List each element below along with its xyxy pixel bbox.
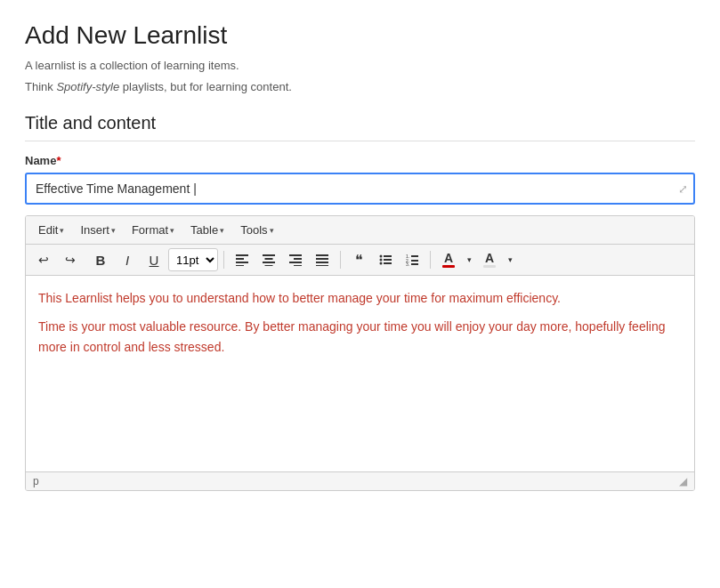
section-title: Title and content bbox=[25, 113, 695, 141]
align-right-icon bbox=[289, 254, 302, 266]
svg-rect-0 bbox=[236, 254, 248, 256]
svg-rect-4 bbox=[263, 254, 275, 256]
unordered-list-icon bbox=[379, 254, 392, 266]
name-label: Name* bbox=[25, 154, 695, 167]
font-size-select[interactable]: 8pt 10pt 11pt 12pt 14pt 18pt 24pt bbox=[168, 248, 218, 271]
align-justify-icon bbox=[316, 254, 328, 266]
svg-rect-11 bbox=[294, 265, 302, 266]
align-center-icon bbox=[263, 254, 275, 266]
subtitle-italic: Spotify-style bbox=[56, 80, 119, 93]
align-left-button[interactable] bbox=[230, 248, 255, 271]
toolbar-divider-3 bbox=[430, 251, 431, 269]
italic-button[interactable]: I bbox=[115, 248, 140, 271]
redo-button[interactable]: ↪ bbox=[58, 248, 83, 271]
toolbar-divider-2 bbox=[340, 251, 341, 269]
underline-button[interactable]: U bbox=[142, 248, 166, 271]
align-justify-button[interactable] bbox=[310, 248, 335, 271]
svg-rect-17 bbox=[384, 255, 392, 257]
font-color-dropdown[interactable]: ▾ bbox=[463, 248, 475, 271]
svg-point-20 bbox=[380, 262, 383, 265]
svg-rect-19 bbox=[384, 259, 392, 261]
subtitle-line1: A learnlist is a collection of learning … bbox=[25, 57, 695, 75]
menu-format[interactable]: Format ▾ bbox=[125, 220, 182, 240]
menu-tools[interactable]: Tools ▾ bbox=[233, 220, 280, 240]
resize-handle[interactable]: ◢ bbox=[679, 475, 687, 487]
svg-rect-13 bbox=[316, 258, 328, 260]
menu-insert[interactable]: Insert ▾ bbox=[73, 220, 123, 240]
menu-toolbar: Edit ▾ Insert ▾ Format ▾ Table ▾ Tools ▾ bbox=[26, 216, 694, 245]
font-color-bar bbox=[442, 265, 455, 268]
svg-rect-3 bbox=[236, 265, 244, 266]
svg-rect-14 bbox=[316, 262, 328, 263]
editor-container: Edit ▾ Insert ▾ Format ▾ Table ▾ Tools ▾… bbox=[25, 215, 695, 491]
ordered-list-icon: 1.2.3. bbox=[406, 254, 418, 266]
menu-edit[interactable]: Edit ▾ bbox=[31, 220, 71, 240]
name-input[interactable] bbox=[25, 173, 695, 205]
svg-rect-2 bbox=[236, 262, 248, 263]
svg-rect-21 bbox=[384, 262, 392, 264]
undo-redo-group: ↩ ↪ bbox=[31, 248, 83, 271]
tools-caret: ▾ bbox=[270, 226, 274, 235]
page-title: Add New Learnlist bbox=[25, 21, 695, 50]
svg-rect-9 bbox=[294, 258, 302, 260]
unordered-list-button[interactable] bbox=[373, 248, 398, 271]
svg-rect-12 bbox=[316, 254, 328, 256]
svg-rect-6 bbox=[263, 262, 275, 263]
svg-rect-15 bbox=[316, 265, 328, 266]
editor-statusbar: p ◢ bbox=[26, 471, 694, 490]
highlight-bar bbox=[483, 265, 496, 268]
subtitle-line2: Think Spotify-style playlists, but for l… bbox=[25, 78, 695, 96]
bold-button[interactable]: B bbox=[88, 248, 113, 271]
align-right-button[interactable] bbox=[283, 248, 308, 271]
editor-content[interactable]: This Learnlist helps you to understand h… bbox=[26, 276, 694, 471]
svg-point-18 bbox=[380, 259, 383, 262]
highlight-caret-icon: ▾ bbox=[508, 255, 513, 264]
align-center-button[interactable] bbox=[256, 248, 281, 271]
svg-text:3.: 3. bbox=[406, 262, 409, 266]
name-field-wrapper: ⤢ bbox=[25, 173, 695, 205]
ordered-list-button[interactable]: 1.2.3. bbox=[400, 248, 425, 271]
highlight-a-icon: A bbox=[485, 252, 494, 264]
svg-rect-10 bbox=[289, 262, 302, 263]
svg-point-16 bbox=[380, 255, 383, 258]
menu-table[interactable]: Table ▾ bbox=[183, 220, 231, 240]
font-color-a-icon: A bbox=[444, 252, 453, 264]
svg-rect-1 bbox=[236, 258, 244, 260]
required-marker: * bbox=[56, 154, 61, 167]
font-color-caret-icon: ▾ bbox=[467, 255, 472, 264]
highlight-button[interactable]: A bbox=[477, 248, 502, 271]
font-color-button[interactable]: A bbox=[436, 248, 461, 271]
blockquote-button[interactable]: ❝ bbox=[346, 248, 371, 271]
format-caret: ▾ bbox=[170, 226, 174, 235]
table-caret: ▾ bbox=[220, 226, 224, 235]
format-toolbar: ↩ ↪ B I U 8pt 10pt 11pt 12pt 14pt 18pt 2… bbox=[26, 245, 694, 276]
highlight-dropdown[interactable]: ▾ bbox=[504, 248, 516, 271]
svg-rect-25 bbox=[411, 260, 418, 262]
undo-button[interactable]: ↩ bbox=[31, 248, 56, 271]
statusbar-tag: p bbox=[33, 475, 39, 487]
align-left-icon bbox=[236, 254, 248, 266]
toolbar-divider-1 bbox=[223, 251, 224, 269]
editor-paragraph-2: Time is your most valuable resource. By … bbox=[38, 317, 682, 357]
svg-rect-23 bbox=[411, 255, 418, 257]
svg-rect-8 bbox=[289, 254, 302, 256]
edit-caret: ▾ bbox=[60, 226, 64, 235]
svg-rect-7 bbox=[265, 265, 273, 266]
svg-rect-27 bbox=[411, 263, 418, 265]
svg-rect-5 bbox=[265, 258, 273, 260]
editor-paragraph-1: This Learnlist helps you to understand h… bbox=[38, 288, 682, 308]
insert-caret: ▾ bbox=[111, 226, 116, 235]
